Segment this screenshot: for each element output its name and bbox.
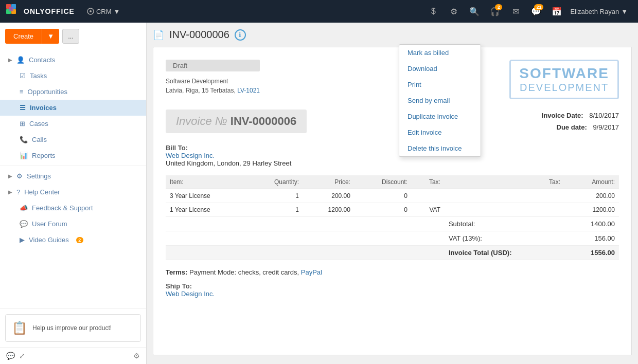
chat-icon-btn[interactable]: 💬 21 — [527, 2, 545, 21]
ship-to-label: Ship To: — [166, 282, 192, 290]
due-date-row: Due date: 9/9/2017 — [542, 121, 619, 133]
terms-section: Terms: Payment Mode: checks, credit card… — [166, 268, 619, 276]
sidebar-item-feedback-support[interactable]: 📣 Feedback & Support — [0, 200, 146, 216]
settings-gear-icon: ⚙ — [16, 172, 23, 180]
help-question-icon: ? — [16, 188, 20, 196]
page-title-icon: 📄 — [153, 29, 164, 41]
dollar-icon-btn[interactable]: $ — [424, 2, 442, 21]
sidebar-item-label: Help Center — [24, 188, 60, 196]
menu-item-print[interactable]: Print — [399, 77, 481, 93]
forum-icon: 💬 — [20, 220, 28, 228]
menu-item-edit[interactable]: Edit invoice — [399, 124, 481, 140]
search-icon-btn[interactable]: 🔍 — [465, 2, 484, 21]
sidebar-item-opportunities[interactable]: ≡ Opportunities — [0, 84, 146, 100]
help-box-text: Help us improve our product! — [32, 324, 112, 332]
item-quantity: 1 — [247, 203, 303, 216]
video-icon: ▶ — [20, 236, 25, 244]
navbar: ONLYOFFICE CRM ▼ $ ⚙ 🔍 🎧 2 ✉ 💬 21 📅 Eliz… — [0, 0, 638, 23]
chat-badge: 21 — [534, 4, 543, 10]
total-value: 1556.00 — [564, 245, 619, 260]
status-indicator[interactable]: ℹ — [235, 29, 246, 41]
opportunities-icon: ≡ — [20, 88, 24, 96]
logo-icon — [6, 4, 21, 19]
tasks-icon: ☑ — [20, 72, 26, 80]
invoice-number-text: Invoice № INV-0000006 — [176, 115, 296, 128]
software-stamp: SOFTWARE DEVELOPMENT — [509, 60, 619, 99]
draft-badge: Draft — [166, 60, 260, 71]
calendar-icon-btn[interactable]: 📅 — [547, 2, 566, 21]
invoice-number-box: Invoice № INV-0000006 — [166, 110, 307, 133]
sidebar-item-label: Invoices — [30, 104, 57, 112]
expand-footer-icon[interactable]: ⤢ — [19, 352, 25, 360]
user-name: Elizabeth Rayan — [570, 8, 619, 15]
module-selector[interactable]: CRM ▼ — [83, 8, 124, 15]
item-quantity: 1 — [247, 189, 303, 203]
calls-icon: 📞 — [20, 136, 28, 143]
sidebar-item-settings[interactable]: ▶ ⚙ Settings — [0, 168, 146, 184]
chat-footer-icon[interactable]: 💬 — [6, 352, 15, 360]
company-info: Software Development Latvia, Riga, 15 Te… — [166, 77, 260, 95]
invoice-date-value: 8/10/2017 — [589, 112, 619, 119]
settings-arrow-icon: ▶ — [8, 173, 12, 179]
app-logo[interactable]: ONLYOFFICE — [6, 4, 75, 19]
sidebar-item-invoices[interactable]: ☰ Invoices — [0, 100, 146, 116]
menu-item-duplicate[interactable]: Duplicate invoice — [399, 108, 481, 124]
menu-item-download[interactable]: Download — [399, 61, 481, 77]
col-quantity: Quantity: — [247, 175, 303, 189]
item-discount: 0 — [355, 203, 412, 216]
invoice-left: Draft Software Development Latvia, Riga,… — [166, 60, 260, 95]
sidebar-item-help-center[interactable]: ▶ ? Help Center — [0, 184, 146, 200]
menu-item-mark-billed[interactable]: Mark as billed — [399, 45, 481, 61]
create-button-arrow[interactable]: ▼ — [42, 29, 59, 44]
item-price: 1200.00 — [303, 203, 355, 216]
vat-label: VAT (13%): — [445, 231, 564, 245]
invoice-date-row: Invoice Date: 8/10/2017 — [542, 110, 619, 121]
company-link[interactable]: LV-1021 — [237, 87, 260, 94]
contacts-person-icon: 👤 — [16, 56, 25, 64]
col-item: Item: — [166, 175, 247, 189]
headset-badge: 2 — [495, 4, 502, 10]
sidebar-item-user-forum[interactable]: 💬 User Forum — [0, 216, 146, 232]
ship-to-section: Ship To: Web Design Inc. — [166, 282, 619, 298]
table-row: 1 Year License 1 1200.00 0 VAT 1200.00 — [166, 203, 619, 216]
paypal-link[interactable]: PayPal — [301, 268, 322, 276]
menu-item-delete[interactable]: Delete this invoice — [399, 140, 481, 156]
item-amount: 1200.00 — [564, 203, 619, 216]
sidebar-item-calls[interactable]: 📞 Calls — [0, 132, 146, 148]
vat-value: 156.00 — [564, 231, 619, 245]
sidebar-footer-icons: 💬 ⤢ — [6, 352, 25, 360]
item-price: 200.00 — [303, 189, 355, 203]
invoice-container: Draft Software Development Latvia, Riga,… — [153, 47, 632, 355]
more-button[interactable]: ... — [62, 29, 79, 44]
sidebar-item-label: Cases — [29, 120, 48, 128]
item-name: 1 Year License — [166, 203, 247, 216]
sidebar-top: Create ▼ ... — [0, 23, 146, 50]
sidebar-item-tasks[interactable]: ☑ Tasks — [0, 68, 146, 84]
bill-to-address: United Kingdom, London, 29 Harley Street — [166, 159, 291, 167]
reports-icon: 📊 — [20, 152, 28, 159]
sidebar-item-video-guides[interactable]: ▶ Video Guides 2 — [0, 232, 146, 248]
company-address: Latvia, Riga, 15 Terbatas, LV-1021 — [166, 86, 260, 95]
bill-to-company: Web Design Inc. — [166, 152, 215, 159]
layout: Create ▼ ... ▶ 👤 Contacts ☑ Tasks ≡ Oppo… — [0, 23, 638, 364]
sidebar-item-label: Contacts — [29, 56, 55, 64]
help-box[interactable]: 📋 Help us improve our product! — [5, 314, 141, 342]
sidebar-nav: ▶ 👤 Contacts ☑ Tasks ≡ Opportunities ☰ I… — [0, 50, 146, 308]
settings-footer-icon[interactable]: ⚙ — [133, 352, 140, 360]
item-tax1: VAT — [412, 203, 445, 216]
sidebar-footer: 💬 ⤢ ⚙ — [0, 347, 146, 364]
headset-icon-btn[interactable]: 🎧 2 — [486, 2, 504, 21]
gear-icon-btn[interactable]: ⚙ — [445, 2, 463, 21]
create-button[interactable]: Create — [5, 29, 42, 44]
sidebar-item-reports[interactable]: 📊 Reports — [0, 148, 146, 163]
mail-icon-btn[interactable]: ✉ — [506, 2, 525, 21]
sidebar-divider-1 — [0, 166, 146, 166]
crm-icon — [87, 8, 94, 15]
sidebar-item-cases[interactable]: ⊞ Cases — [0, 116, 146, 132]
menu-item-send-email[interactable]: Send by email — [399, 93, 481, 108]
logo-text: ONLYOFFICE — [24, 7, 75, 15]
invoice-table: Item: Quantity: Price: Discount: Tax: Ta… — [166, 175, 619, 260]
user-menu[interactable]: Elizabeth Rayan ▼ — [566, 8, 632, 15]
main-content: 📄 INV-0000006 ℹ Mark as billed Download … — [147, 23, 638, 364]
sidebar-item-contacts[interactable]: ▶ 👤 Contacts — [0, 52, 146, 68]
